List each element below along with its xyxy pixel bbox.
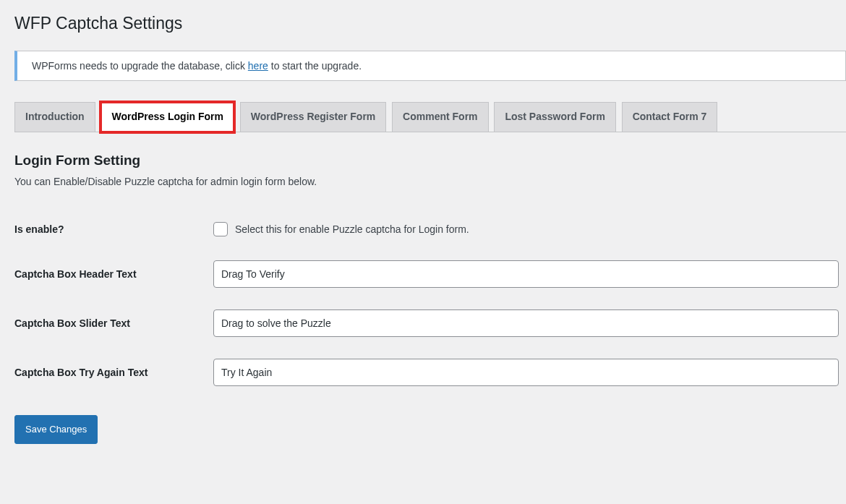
tab-wordpress-register-form[interactable]: WordPress Register Form [240, 102, 386, 132]
tab-comment-form[interactable]: Comment Form [392, 102, 488, 132]
settings-tabs: Introduction WordPress Login Form WordPr… [14, 95, 846, 132]
tab-contact-form-7[interactable]: Contact Form 7 [622, 102, 718, 132]
section-heading: Login Form Setting [14, 153, 846, 168]
upgrade-notice: WPForms needs to upgrade the database, c… [14, 51, 846, 81]
section-description: You can Enable/Disable Puzzle captcha fo… [14, 176, 846, 187]
tab-introduction[interactable]: Introduction [14, 102, 95, 132]
page-title: WFP Captcha Settings [14, 7, 846, 36]
tab-lost-password-form[interactable]: Lost Password Form [494, 102, 615, 132]
slider-text-label: Captcha Box Slider Text [14, 299, 213, 348]
notice-text-suffix: to start the upgrade. [268, 60, 362, 72]
is-enable-row[interactable]: Select this for enable Puzzle captcha fo… [213, 222, 839, 236]
settings-form-table: Is enable? Select this for enable Puzzle… [14, 209, 846, 397]
is-enable-checkbox[interactable] [213, 222, 228, 236]
tab-wordpress-login-form[interactable]: WordPress Login Form [101, 102, 234, 132]
header-text-input[interactable] [213, 260, 839, 288]
upgrade-link[interactable]: here [248, 60, 268, 72]
try-again-text-input[interactable] [213, 359, 839, 386]
slider-text-input[interactable] [213, 309, 839, 337]
notice-text-prefix: WPForms needs to upgrade the database, c… [32, 60, 248, 72]
header-text-label: Captcha Box Header Text [14, 249, 213, 299]
save-changes-button[interactable]: Save Changes [14, 415, 98, 444]
try-again-text-label: Captcha Box Try Again Text [14, 348, 213, 397]
is-enable-label: Is enable? [14, 209, 213, 249]
is-enable-checkbox-label: Select this for enable Puzzle captcha fo… [235, 223, 469, 235]
